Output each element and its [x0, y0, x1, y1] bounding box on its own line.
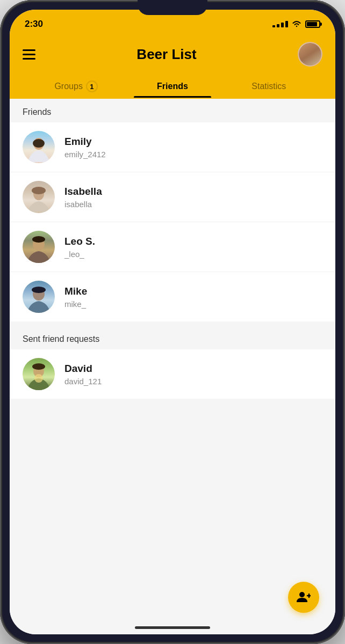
svg-point-1 — [33, 139, 45, 148]
header-top: Beer List — [23, 42, 322, 67]
avatar-leo — [23, 231, 55, 263]
notch — [138, 0, 207, 15]
friend-item-emily[interactable]: Emily emily_2412 — [10, 122, 335, 172]
svg-point-10 — [32, 363, 45, 370]
signal-strength-icon — [272, 21, 288, 27]
friend-info-mike: Mike mike_ — [64, 286, 87, 309]
friend-username-emily: emily_2412 — [64, 150, 106, 159]
avatar-david — [23, 358, 55, 390]
friend-info-david: David david_121 — [64, 363, 102, 386]
status-time: 2:30 — [25, 19, 43, 30]
friend-item-mike[interactable]: Mike mike_ — [10, 272, 335, 321]
content-area: Friends Emily emily_2412 — [10, 99, 335, 634]
avatar-emily — [23, 131, 55, 163]
sent-requests-list: David david_121 — [10, 349, 335, 399]
tab-groups[interactable]: Groups 1 — [28, 74, 124, 99]
friend-name-mike: Mike — [64, 286, 87, 297]
groups-badge: 1 — [86, 80, 98, 92]
friend-name-emily: Emily — [64, 136, 106, 148]
hamburger-menu-button[interactable] — [23, 49, 35, 60]
battery-icon — [305, 20, 320, 28]
svg-point-5 — [32, 236, 45, 243]
friend-username-david: david_121 — [64, 377, 102, 386]
user-avatar[interactable] — [298, 42, 322, 67]
friend-item-david[interactable]: David david_121 — [10, 349, 335, 399]
avatar-mike — [23, 281, 55, 313]
sent-requests-section-header: Sent friend requests — [10, 326, 335, 349]
tab-friends[interactable]: Friends — [124, 75, 220, 98]
home-indicator — [135, 626, 210, 629]
friend-username-mike: mike_ — [64, 299, 87, 309]
friend-name-david: David — [64, 363, 102, 375]
friend-name-isabella: Isabella — [64, 186, 102, 197]
app-header: Beer List Groups 1 Friends Statistics — [10, 36, 335, 99]
friend-name-leo: Leo S. — [64, 236, 95, 247]
friend-info-isabella: Isabella isabella — [64, 186, 102, 209]
add-friend-button[interactable] — [288, 582, 319, 613]
friend-item-isabella[interactable]: Isabella isabella — [10, 172, 335, 222]
svg-point-3 — [32, 187, 46, 194]
tab-bar: Groups 1 Friends Statistics — [23, 74, 322, 99]
friends-section-header: Friends — [10, 99, 335, 122]
svg-point-9 — [34, 374, 43, 383]
svg-point-11 — [299, 592, 305, 597]
friends-list: Emily emily_2412 Isabella — [10, 122, 335, 321]
friend-info-leo: Leo S. _leo_ — [64, 236, 95, 259]
tab-statistics[interactable]: Statistics — [221, 75, 317, 98]
friend-username-isabella: isabella — [64, 200, 102, 209]
wifi-icon — [291, 20, 302, 28]
friend-item-leo[interactable]: Leo S. _leo_ — [10, 222, 335, 272]
phone-frame: 2:30 — [0, 0, 345, 644]
sent-requests-section: Sent friend requests — [10, 326, 335, 399]
friend-username-leo: _leo_ — [64, 250, 95, 259]
friend-info-emily: Emily emily_2412 — [64, 136, 106, 159]
avatar-isabella — [23, 181, 55, 213]
svg-point-7 — [32, 287, 46, 293]
app-title: Beer List — [136, 46, 196, 63]
add-person-icon — [297, 590, 311, 604]
status-icons — [272, 20, 320, 28]
phone-screen: 2:30 — [10, 10, 335, 634]
